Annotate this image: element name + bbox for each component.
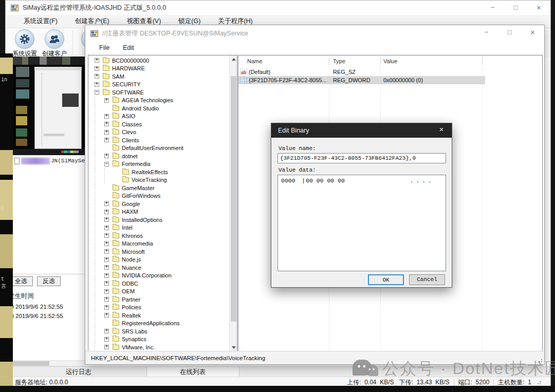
tree-item[interactable]: +dotnet — [88, 152, 229, 160]
ok-button[interactable]: OK — [368, 274, 404, 285]
expand-icon[interactable]: + — [104, 98, 109, 103]
registry-value-row[interactable]: ab(Default)REG_SZ — [238, 68, 542, 76]
scrollbar-thumb[interactable] — [231, 76, 236, 322]
tree-item[interactable]: +BCD00000000 — [88, 57, 229, 65]
close-icon[interactable]: × — [521, 25, 544, 40]
expand-icon[interactable]: + — [104, 217, 109, 222]
expand-icon[interactable]: + — [104, 130, 109, 135]
tree-item[interactable]: +HAXM — [88, 208, 229, 216]
value-name-field[interactable]: {3F21D705-F23F-43C2-8055-73FB6412FA23},0 — [278, 153, 446, 163]
expand-icon[interactable]: + — [104, 201, 109, 206]
event-item[interactable]: ✓2019/9/6 21:52:55 — [7, 311, 84, 321]
registry-value-row[interactable]: 1101 1101{3F21D705-F23F-43C2-8055...REG_… — [238, 76, 542, 84]
tree-item[interactable]: DefaultUserEnvironment — [88, 144, 229, 153]
expand-icon[interactable]: + — [95, 66, 99, 71]
column-header-type[interactable]: Type — [333, 55, 345, 67]
client-list-item[interactable]: JN(SiMaySe — [13, 155, 85, 166]
expand-icon[interactable]: + — [104, 337, 109, 342]
tree-item[interactable]: +Intel — [88, 224, 229, 232]
close-icon[interactable]: × — [527, 1, 550, 15]
tree-item[interactable]: +Synaptics — [88, 335, 229, 344]
tree-item[interactable]: +InstalledOptions — [88, 216, 229, 224]
expand-icon[interactable]: + — [104, 305, 109, 310]
collapse-icon[interactable]: − — [95, 90, 99, 95]
tree-item[interactable]: GitForWindows — [88, 192, 229, 200]
expand-icon[interactable]: + — [104, 313, 109, 318]
expand-icon[interactable]: + — [104, 329, 109, 333]
toolbar-button-1[interactable]: 系统设置 — [10, 29, 40, 58]
tree-item[interactable]: RealtekEffects — [88, 168, 229, 176]
expand-icon[interactable]: + — [95, 82, 99, 87]
event-item[interactable]: ✓2019/9/6 21:52:55 — [7, 302, 84, 311]
expand-icon[interactable]: + — [104, 114, 109, 119]
tree-item[interactable]: +HARDWARE — [88, 65, 229, 73]
tree-item[interactable]: +OEM — [88, 288, 229, 296]
tree-item[interactable]: +ODBC — [88, 279, 229, 288]
toolbar-button-2[interactable]: 创建客户 — [40, 29, 69, 58]
tree-item[interactable]: +AGEIA Technologies — [88, 97, 229, 105]
tree-item[interactable]: +Khronos — [88, 232, 229, 240]
tree-item[interactable]: +Realtek — [88, 311, 229, 320]
maximize-icon[interactable]: □ — [498, 25, 521, 40]
maximize-icon[interactable]: □ — [504, 1, 527, 15]
tab-online-list[interactable]: 在线列表 — [146, 367, 239, 377]
scrollbar-thumb[interactable] — [12, 361, 49, 366]
tab-run-log[interactable]: 运行日志 — [11, 367, 146, 377]
tree-item[interactable]: −Fortemedia — [88, 160, 229, 169]
tree-item[interactable]: GameMaster — [88, 184, 229, 192]
minimize-icon[interactable]: − — [481, 1, 504, 15]
cancel-button[interactable]: Cancel — [409, 274, 445, 285]
tree-item[interactable]: +Microsoft — [88, 248, 229, 256]
tree-item[interactable]: +Nuance — [88, 264, 229, 272]
tree-item[interactable]: Android Studio — [88, 104, 229, 113]
scroll-up-icon[interactable] — [230, 55, 237, 63]
resize-grip[interactable] — [538, 358, 543, 363]
invert-select-button[interactable]: 反选 — [37, 276, 61, 286]
expand-icon[interactable]: + — [104, 154, 109, 158]
expand-icon[interactable]: + — [104, 297, 109, 302]
tree-item[interactable]: +NVIDIA Corporation — [88, 272, 229, 280]
expand-icon[interactable]: + — [104, 138, 109, 142]
tree-item[interactable]: VoiceTracking — [88, 176, 229, 184]
tree-item[interactable]: +Clients — [88, 136, 229, 144]
column-header-value[interactable]: Value — [383, 55, 397, 67]
tree-item[interactable]: +Google — [88, 200, 229, 208]
expand-icon[interactable]: + — [95, 74, 99, 79]
menu-item[interactable]: File — [92, 44, 116, 51]
resize-grip[interactable] — [536, 380, 541, 385]
close-icon[interactable]: × — [436, 123, 447, 138]
scroll-down-icon[interactable] — [230, 344, 237, 351]
expand-icon[interactable]: + — [104, 281, 109, 286]
tree-item[interactable]: +Partner — [88, 295, 229, 304]
tree-item[interactable]: +Clevo — [88, 128, 229, 137]
expand-icon[interactable]: + — [104, 273, 109, 278]
client-screen-thumbnail[interactable] — [13, 57, 85, 155]
expand-icon[interactable]: + — [104, 233, 109, 238]
tree-item[interactable]: +VMware, Inc. — [88, 343, 229, 351]
client-checkbox[interactable] — [14, 158, 20, 164]
column-header-name[interactable]: Name — [247, 55, 262, 67]
expand-icon[interactable]: + — [104, 249, 109, 254]
tree-item[interactable]: +Classes — [88, 120, 229, 128]
expand-icon[interactable]: + — [104, 345, 109, 349]
tree-item[interactable]: +Macromedia — [88, 240, 229, 248]
expand-icon[interactable]: + — [104, 226, 109, 230]
tree-item[interactable]: +SECURITY — [88, 81, 229, 89]
tree-item[interactable]: +Policies — [88, 304, 229, 312]
vertical-scrollbar[interactable] — [229, 55, 237, 351]
expand-icon[interactable]: + — [104, 210, 109, 214]
tree-item[interactable]: +Node.js — [88, 256, 229, 264]
minimize-icon[interactable]: − — [475, 25, 498, 40]
menu-item[interactable]: 系统设置(F) — [15, 17, 66, 26]
menu-item[interactable]: Edit — [116, 44, 141, 51]
expand-icon[interactable]: + — [95, 58, 99, 63]
value-data-editor[interactable]: 0000 | 00 00 00 00 .... — [278, 175, 446, 271]
expand-icon[interactable]: + — [104, 257, 109, 262]
expand-icon[interactable]: + — [104, 289, 109, 294]
collapse-icon[interactable]: − — [104, 162, 109, 166]
tree-item[interactable]: +SRS Labs — [88, 327, 229, 335]
expand-icon[interactable]: + — [104, 122, 109, 126]
expand-icon[interactable]: + — [104, 241, 109, 246]
expand-icon[interactable]: + — [104, 265, 109, 270]
tree-item[interactable]: RegisteredApplications — [88, 320, 229, 328]
